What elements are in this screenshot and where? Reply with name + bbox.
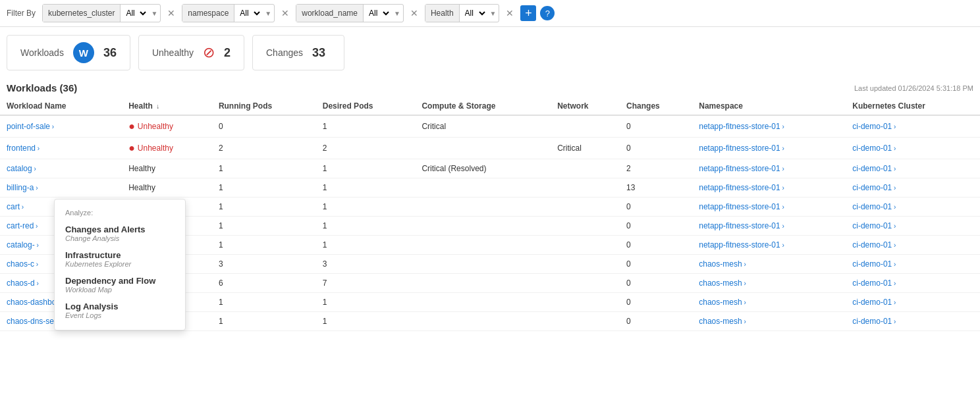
workload-name-link[interactable]: catalog [7, 164, 32, 173]
cluster-cell: ci-demo-01 › [846, 255, 980, 274]
filter-bar: Filter By kubernetes_cluster All ▼ ✕ nam… [0, 0, 980, 27]
context-menu-item[interactable]: Dependency and FlowWorkload Map [55, 272, 185, 298]
changes-card[interactable]: Changes 33 [252, 35, 344, 70]
workload-name-link[interactable]: chaos-d [7, 278, 35, 288]
filter-health[interactable]: Health All ▼ [425, 4, 500, 22]
workload-name-link[interactable]: cart-red [7, 221, 34, 230]
context-item-title: Log Analysis [65, 302, 175, 311]
workload-name-link[interactable]: frontend [7, 144, 36, 153]
chevron-icon: › [780, 123, 784, 130]
namespace-link[interactable]: netapp-fitness-store-01 [699, 164, 780, 173]
col-network[interactable]: Network [551, 97, 620, 115]
col-desired-pods[interactable]: Desired Pods [316, 97, 416, 115]
help-button[interactable]: ? [540, 6, 555, 20]
cluster-link[interactable]: ci-demo-01 [852, 202, 892, 211]
col-changes[interactable]: Changes [620, 97, 692, 115]
warning-icon: ● [128, 120, 135, 132]
namespace-link[interactable]: chaos-mesh [699, 259, 742, 269]
cluster-link[interactable]: ci-demo-01 [852, 259, 892, 269]
chevron-icon: › [742, 318, 746, 325]
namespace-link[interactable]: chaos-mesh [699, 317, 742, 326]
cluster-link[interactable]: ci-demo-01 [852, 164, 892, 173]
filter-select-health[interactable]: All [460, 5, 487, 22]
running-pods-cell: 3 [212, 255, 316, 274]
filter-close-namespace[interactable]: ✕ [279, 8, 292, 18]
filter-close-kubernetes[interactable]: ✕ [165, 8, 178, 18]
cluster-cell: ci-demo-01 › [846, 293, 980, 312]
context-menu-item[interactable]: Log AnalysisEvent Logs [55, 298, 185, 323]
chevron-icon: › [892, 203, 896, 211]
chevron-icon: › [34, 184, 38, 192]
network-cell [551, 217, 620, 236]
filter-kubernetes-cluster[interactable]: kubernetes_cluster All ▼ [42, 4, 161, 22]
chevron-icon: › [20, 203, 24, 211]
namespace-link[interactable]: netapp-fitness-store-01 [699, 144, 780, 153]
namespace-link[interactable]: netapp-fitness-store-01 [699, 202, 780, 211]
filter-workload-name[interactable]: workload_name All ▼ [296, 4, 404, 22]
unhealthy-badge: ●Unhealthy [128, 142, 205, 154]
chevron-icon: › [742, 261, 746, 268]
workload-name-cell: catalog › [0, 159, 122, 178]
workload-name-link[interactable]: billing-a [7, 183, 34, 192]
workloads-card[interactable]: Workloads W 36 [7, 35, 130, 70]
namespace-link[interactable]: chaos-mesh [699, 298, 742, 307]
cluster-link[interactable]: ci-demo-01 [852, 317, 892, 326]
cluster-link[interactable]: ci-demo-01 [852, 183, 892, 192]
filter-close-health[interactable]: ✕ [503, 8, 516, 18]
cluster-link[interactable]: ci-demo-01 [852, 122, 892, 131]
namespace-cell: netapp-fitness-store-01 › [692, 159, 846, 178]
sort-icon: ↓ [156, 103, 159, 110]
col-workload-name[interactable]: Workload Name [0, 97, 122, 115]
cluster-cell: ci-demo-01 › [846, 312, 980, 331]
cluster-link[interactable]: ci-demo-01 [852, 240, 892, 250]
namespace-link[interactable]: chaos-mesh [699, 278, 742, 288]
desired-pods-cell: 2 [316, 138, 416, 159]
filter-select-kubernetes[interactable]: All [121, 5, 148, 22]
namespace-link[interactable]: netapp-fitness-store-01 [699, 122, 780, 131]
col-namespace[interactable]: Namespace [692, 97, 846, 115]
namespace-link[interactable]: netapp-fitness-store-01 [699, 221, 780, 230]
filter-close-workload[interactable]: ✕ [408, 8, 421, 18]
context-menu-item[interactable]: Changes and AlertsChange Analysis [55, 221, 185, 246]
compute-cell [415, 236, 551, 255]
table-header-row: Workload Name Health ↓ Running Pods Desi… [0, 97, 980, 115]
namespace-link[interactable]: netapp-fitness-store-01 [699, 183, 780, 192]
cluster-link[interactable]: ci-demo-01 [852, 298, 892, 307]
workload-name-link[interactable]: catalog- [7, 240, 35, 250]
col-compute-storage[interactable]: Compute & Storage [415, 97, 551, 115]
context-menu-item[interactable]: InfrastructureKubernetes Explorer [55, 246, 185, 272]
filter-select-workload[interactable]: All [364, 5, 391, 22]
cluster-link[interactable]: ci-demo-01 [852, 144, 892, 153]
running-pods-cell: 1 [212, 178, 316, 198]
running-pods-cell: 1 [212, 159, 316, 178]
context-item-sub: Change Analysis [65, 234, 175, 242]
unhealthy-card[interactable]: Unhealthy ⊘ 2 [138, 35, 244, 70]
section-title: Workloads (36) [7, 82, 77, 93]
namespace-cell: netapp-fitness-store-01 › [692, 217, 846, 236]
cluster-link[interactable]: ci-demo-01 [852, 221, 892, 230]
workload-name-link[interactable]: point-of-sale [7, 122, 50, 131]
cluster-link[interactable]: ci-demo-01 [852, 278, 892, 288]
context-item-sub: Event Logs [65, 311, 175, 319]
add-filter-button[interactable]: + [520, 5, 536, 21]
col-running-pods[interactable]: Running Pods [212, 97, 316, 115]
workload-name-link[interactable]: cart [7, 202, 20, 211]
desired-pods-cell: 7 [316, 274, 416, 293]
chevron-icon: › [892, 318, 896, 325]
col-health[interactable]: Health ↓ [122, 97, 212, 115]
context-item-sub: Kubernetes Explorer [65, 260, 175, 268]
filter-select-namespace[interactable]: All [234, 5, 262, 22]
health-cell: Healthy [122, 178, 212, 198]
namespace-link[interactable]: netapp-fitness-store-01 [699, 240, 780, 250]
workload-name-link[interactable]: chaos-c [7, 259, 34, 269]
chevron-icon: › [892, 261, 896, 268]
chevron-icon: › [892, 165, 896, 172]
namespace-cell: chaos-mesh › [692, 293, 846, 312]
changes-cell: 13 [620, 178, 692, 198]
chevron-icon: › [742, 280, 746, 287]
filter-namespace[interactable]: namespace All ▼ [182, 4, 275, 22]
col-kubernetes-cluster[interactable]: Kubernetes Cluster [846, 97, 980, 115]
desired-pods-cell: 1 [316, 198, 416, 217]
context-menu-header: Analyze: [55, 206, 185, 221]
changes-cell: 0 [620, 115, 692, 138]
